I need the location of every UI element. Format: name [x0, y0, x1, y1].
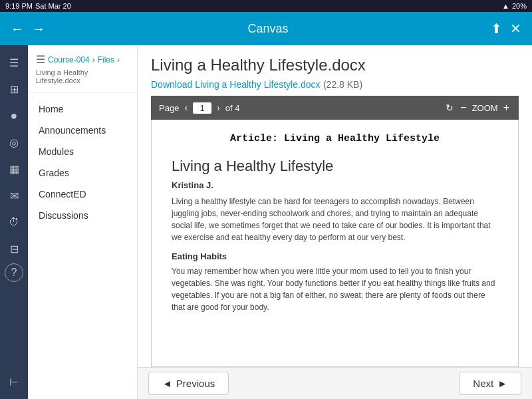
nav-item-modules[interactable]: Modules	[28, 141, 137, 162]
sidebar-courses-icon[interactable]: ◎	[2, 130, 26, 154]
status-bar-right: ▲ 20%	[502, 2, 527, 10]
pdf-zoom-label: ZOOM	[472, 103, 498, 113]
sidebar-collapse-icon[interactable]: ⊢	[2, 370, 26, 394]
sidebar-dashboard-icon[interactable]: ⊞	[2, 77, 26, 101]
pdf-main-heading: Living a Healthy Lifestyle	[172, 158, 498, 175]
nav-item-announcements[interactable]: Announcements	[28, 120, 137, 141]
previous-chevron-icon: ◄	[162, 378, 172, 389]
sidebar-inbox-icon[interactable]: ✉	[2, 184, 26, 207]
top-bar: ← → Canvas ⬆ ✕	[0, 12, 532, 45]
page-label: Page	[159, 103, 179, 113]
sidebar-help-icon[interactable]: ?	[5, 263, 23, 282]
pdf-page-input[interactable]	[193, 102, 211, 114]
sidebar-settings-icon[interactable]: ⊟	[2, 237, 26, 261]
pdf-content-area: Article: Living a Healthy Lifestyle Livi…	[151, 120, 519, 367]
main-layout: ☰ ⊞ ● ◎ ▦ ✉ ⏱ ⊟ ? ⊢ ☰ Course-004 › Files…	[0, 45, 532, 399]
pdf-article-title: Article: Living a Healthy Lifestyle	[172, 133, 498, 144]
pdf-subheading1: Eating Habits	[172, 251, 498, 261]
next-button[interactable]: Next ►	[459, 372, 521, 395]
previous-label: Previous	[176, 378, 215, 389]
pdf-toolbar-left: Page ‹ › of 4	[159, 102, 239, 114]
pdf-author: Kristina J.	[172, 180, 498, 190]
nav-item-grades[interactable]: Grades	[28, 162, 137, 184]
nav-item-home[interactable]: Home	[28, 98, 137, 120]
breadcrumb: ☰ Course-004 › Files › Living a Healthy …	[28, 53, 137, 93]
pdf-prev-page-button[interactable]: ‹	[183, 102, 189, 113]
status-bar: 9:19 PM Sat Mar 20 ▲ 20%	[0, 0, 532, 12]
pdf-paragraph2: You may remember how when you were littl…	[172, 265, 498, 313]
sidebar-calendar-icon[interactable]: ▦	[2, 157, 26, 181]
top-bar-left: ← →	[11, 21, 45, 37]
battery-display: 20%	[512, 2, 527, 10]
pdf-refresh-button[interactable]: ↻	[444, 102, 455, 113]
breadcrumb-filename: Living a Healthy Lifestyle.docx	[36, 68, 129, 84]
pdf-zoom-out-button[interactable]: −	[459, 102, 467, 114]
main-content: Living a Healthy Lifestyle.docx Download…	[138, 45, 532, 399]
forward-button[interactable]: →	[32, 21, 45, 37]
status-bar-left: 9:19 PM Sat Mar 20	[5, 2, 71, 10]
time-display: 9:19 PM	[5, 2, 33, 10]
back-button[interactable]: ←	[11, 21, 24, 37]
page-title: Canvas	[45, 22, 491, 36]
doc-file-size: (22.8 KB)	[323, 79, 362, 90]
breadcrumb-sep2: ›	[117, 55, 120, 65]
previous-button[interactable]: ◄ Previous	[148, 372, 229, 395]
nav-menu: Home Announcements Modules Grades Connec…	[28, 93, 137, 226]
next-chevron-icon: ►	[497, 378, 507, 389]
icon-sidebar: ☰ ⊞ ● ◎ ▦ ✉ ⏱ ⊟ ? ⊢	[0, 45, 28, 399]
pdf-paragraph1: Living a healthy lifestyle can be hard f…	[172, 196, 498, 243]
nav-item-connected[interactable]: ConnectED	[28, 184, 137, 205]
nav-item-discussions[interactable]: Discussions	[28, 205, 137, 226]
wifi-icon: ▲	[502, 2, 509, 10]
sidebar-menu-icon[interactable]: ☰	[2, 51, 26, 74]
share-button[interactable]: ⬆	[491, 21, 502, 37]
breadcrumb-menu-icon[interactable]: ☰	[36, 53, 45, 66]
sidebar-history-icon[interactable]: ⏱	[2, 210, 26, 234]
date-display: Sat Mar 20	[35, 2, 71, 10]
next-label: Next	[473, 378, 493, 389]
sidebar-profile-icon[interactable]: ●	[2, 104, 26, 128]
breadcrumb-sep1: ›	[92, 55, 95, 65]
breadcrumb-course[interactable]: Course-004	[48, 55, 90, 65]
close-button[interactable]: ✕	[510, 21, 521, 37]
doc-title: Living a Healthy Lifestyle.docx	[151, 56, 519, 74]
pdf-zoom-in-button[interactable]: +	[502, 102, 511, 114]
doc-header: Living a Healthy Lifestyle.docx Download…	[138, 45, 532, 96]
bottom-nav: ◄ Previous Next ►	[138, 367, 532, 399]
breadcrumb-files[interactable]: Files	[98, 55, 114, 65]
pdf-toolbar-right: ↻ − ZOOM +	[444, 102, 511, 114]
top-bar-right: ⬆ ✕	[491, 21, 521, 37]
pdf-of-label: of 4	[225, 103, 240, 113]
doc-download-line: Download Living a Healthy Lifestyle.docx…	[151, 78, 519, 90]
pdf-toolbar: Page ‹ › of 4 ↻ − ZOOM +	[151, 96, 519, 120]
content-sidebar: ☰ Course-004 › Files › Living a Healthy …	[28, 45, 138, 399]
pdf-next-page-button[interactable]: ›	[215, 102, 221, 113]
doc-download-link[interactable]: Download Living a Healthy Lifestyle.docx	[151, 79, 320, 90]
